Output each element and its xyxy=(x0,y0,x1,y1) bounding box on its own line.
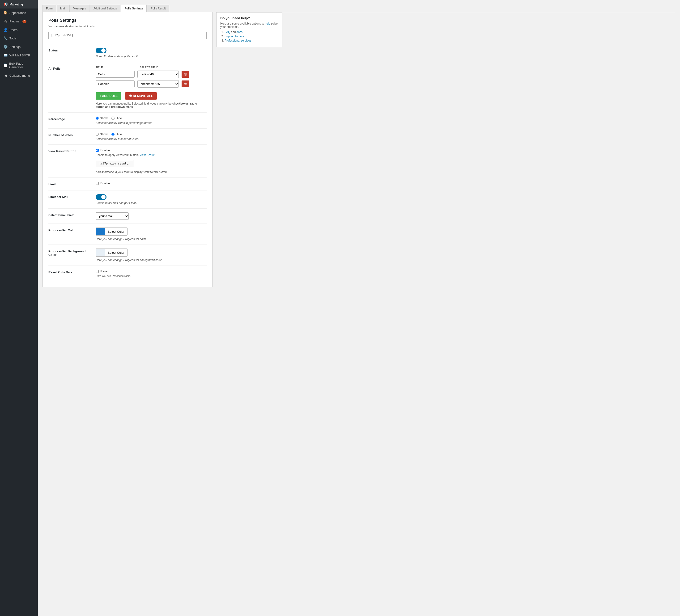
faq-link[interactable]: FAQ xyxy=(225,30,230,34)
status-note: Note : Enable to show polls result. xyxy=(96,55,206,58)
percentage-hide-radio[interactable] xyxy=(111,117,115,120)
poll-title-input-1[interactable] xyxy=(96,71,135,78)
progressbar-bg-color-row: ProgressBar Background Color Select Colo… xyxy=(49,244,206,266)
sidebar-item-appearance[interactable]: 🎨 Appearance xyxy=(0,8,38,17)
panel-description: You can use shortcodes to print polls. xyxy=(49,25,206,28)
percentage-hide-label[interactable]: Hide xyxy=(111,116,122,120)
tab-bar: Form Mail Messages Additional Settings P… xyxy=(42,5,675,12)
help-item-3: Professional services xyxy=(225,39,278,42)
plugins-icon: 🔌 xyxy=(3,19,7,23)
reset-note: Here you can Reset polls data. xyxy=(96,274,206,277)
sidebar-item-wp-mail-smtp[interactable]: ✉️ WP Mail SMTP xyxy=(0,51,38,59)
page-icon: 📄 xyxy=(3,63,7,67)
add-poll-button[interactable]: + ADD POLL xyxy=(96,92,121,99)
sidebar-item-bulk-page-generator[interactable]: 📄 Bulk Page Generator xyxy=(0,59,38,71)
tab-mail[interactable]: Mail xyxy=(57,5,69,12)
percentage-note: Select for display votes in percentage f… xyxy=(96,121,206,125)
marketing-icon: 📢 xyxy=(3,2,7,6)
tab-polls-result[interactable]: Polls Result xyxy=(147,5,169,12)
sidebar-item-plugins[interactable]: 🔌 Plugins 3 xyxy=(0,17,38,26)
toggle-slider-mail xyxy=(96,194,107,200)
select-email-field-label: Select Email Field xyxy=(49,212,91,220)
mail-icon: ✉️ xyxy=(3,53,7,57)
limit-check-label[interactable]: Enable xyxy=(101,181,110,185)
votes-show-radio[interactable] xyxy=(96,133,99,136)
limit-per-mail-content: Enable to set limit one per Email. xyxy=(96,194,206,205)
limit-checkbox[interactable] xyxy=(96,182,99,185)
sidebar-item-settings[interactable]: ⚙️ Settings xyxy=(0,42,38,51)
delete-poll-2-button[interactable]: 🗑 xyxy=(181,81,189,87)
sidebar-item-label: WP Mail SMTP xyxy=(9,54,30,57)
progressbar-color-picker[interactable]: Select Color xyxy=(96,228,128,236)
remove-all-button[interactable]: 🗑 REMOVE ALL xyxy=(125,92,157,99)
percentage-label: Percentage xyxy=(49,116,91,125)
votes-hide-radio[interactable] xyxy=(111,133,115,136)
polls-settings-panel: Polls Settings You can use shortcodes to… xyxy=(42,12,213,287)
progressbar-bg-color-button[interactable]: Select Color xyxy=(105,250,127,256)
number-of-votes-row: Number of Votes Show Hide Select for dis… xyxy=(49,128,206,144)
view-result-check-group: Enable xyxy=(96,148,206,152)
sidebar-item-marketing[interactable]: 📢 Marketing xyxy=(0,0,38,8)
status-toggle[interactable] xyxy=(96,48,107,53)
limit-per-mail-row: Limit per Mail Enable to set limit one p… xyxy=(49,190,206,208)
votes-radio-group: Show Hide xyxy=(96,133,206,136)
percentage-show-label[interactable]: Show xyxy=(96,116,108,120)
progressbar-color-swatch xyxy=(96,228,105,235)
limit-per-mail-toggle[interactable] xyxy=(96,194,107,200)
delete-poll-1-button[interactable]: 🗑 xyxy=(181,71,189,78)
select-email-field-content: your-email xyxy=(96,212,206,220)
appearance-icon: 🎨 xyxy=(3,11,7,14)
poll-title-input-2[interactable] xyxy=(96,81,135,87)
poll-field-select-1[interactable]: radio-640 xyxy=(137,70,179,78)
polls-note: Here you can manage polls. Selected fiel… xyxy=(96,102,206,109)
plugins-badge: 3 xyxy=(22,20,27,23)
progressbar-bg-color-picker[interactable]: Select Color xyxy=(96,248,128,257)
docs-link[interactable]: docs xyxy=(236,30,243,34)
content-area: Polls Settings You can use shortcodes to… xyxy=(42,12,675,287)
support-forums-link[interactable]: Support forums xyxy=(225,35,244,38)
view-result-label: View Result Button xyxy=(49,148,91,174)
poll-field-select-2[interactable]: checkbox-535 xyxy=(137,80,179,88)
limit-row: Limit Enable xyxy=(49,177,206,190)
percentage-show-radio[interactable] xyxy=(96,117,99,120)
reset-polls-content: Reset Here you can Reset polls data. xyxy=(96,269,206,277)
votes-hide-label[interactable]: Hide xyxy=(111,133,122,136)
all-polls-row: All Polls TITLE SELECT FIELD radio-640 🗑 xyxy=(49,62,206,112)
votes-show-text: Show xyxy=(100,133,108,136)
tab-form[interactable]: Form xyxy=(42,5,56,12)
tab-messages[interactable]: Messages xyxy=(69,5,89,12)
professional-services-link[interactable]: Professional services xyxy=(225,39,251,42)
all-polls-content: TITLE SELECT FIELD radio-640 🗑 xyxy=(96,66,206,109)
tab-additional-settings[interactable]: Additional Settings xyxy=(90,5,120,12)
view-result-check-label[interactable]: Enable xyxy=(101,148,110,152)
page-title: Polls Settings xyxy=(49,18,206,23)
users-icon: 👤 xyxy=(3,28,7,32)
reset-check-label[interactable]: Reset xyxy=(101,269,108,273)
sidebar: 📢 Marketing 🎨 Appearance 🔌 Plugins 3 👤 U… xyxy=(0,0,38,616)
limit-check-group: Enable xyxy=(96,181,206,185)
polls-table-header: TITLE SELECT FIELD xyxy=(96,66,206,69)
sidebar-item-label: Settings xyxy=(9,45,21,49)
poll-row-2: checkbox-535 🗑 xyxy=(96,80,206,88)
field-col-header: SELECT FIELD xyxy=(140,66,181,69)
tab-polls-settings[interactable]: Polls Settings xyxy=(121,5,147,12)
reset-check-group: Reset xyxy=(96,269,206,273)
reset-polls-row: Reset Polls Data Reset Here you can Rese… xyxy=(49,266,206,281)
votes-show-label[interactable]: Show xyxy=(96,133,108,136)
limit-per-mail-note: Enable to set limit one per Email. xyxy=(96,201,206,205)
status-row: Status Note : Enable to show polls resul… xyxy=(49,44,206,62)
toggle-slider xyxy=(96,48,107,53)
help-link[interactable]: help xyxy=(265,22,271,25)
view-result-link[interactable]: View Result xyxy=(140,153,154,157)
view-result-checkbox[interactable] xyxy=(96,149,99,152)
percentage-radio-group: Show Hide xyxy=(96,116,206,120)
progressbar-color-button[interactable]: Select Color xyxy=(105,229,127,235)
sidebar-item-users[interactable]: 👤 Users xyxy=(0,26,38,34)
help-list: FAQ and docs Support forums Professional… xyxy=(220,30,278,42)
shortcode-input[interactable] xyxy=(49,32,206,39)
email-field-select[interactable]: your-email xyxy=(96,212,129,220)
sidebar-item-collapse-menu[interactable]: ◀ Collapse menu xyxy=(0,71,38,80)
reset-checkbox[interactable] xyxy=(96,270,99,273)
sidebar-item-tools[interactable]: 🔧 Tools xyxy=(0,34,38,42)
view-result-row: View Result Button Enable Enable to appl… xyxy=(49,144,206,177)
